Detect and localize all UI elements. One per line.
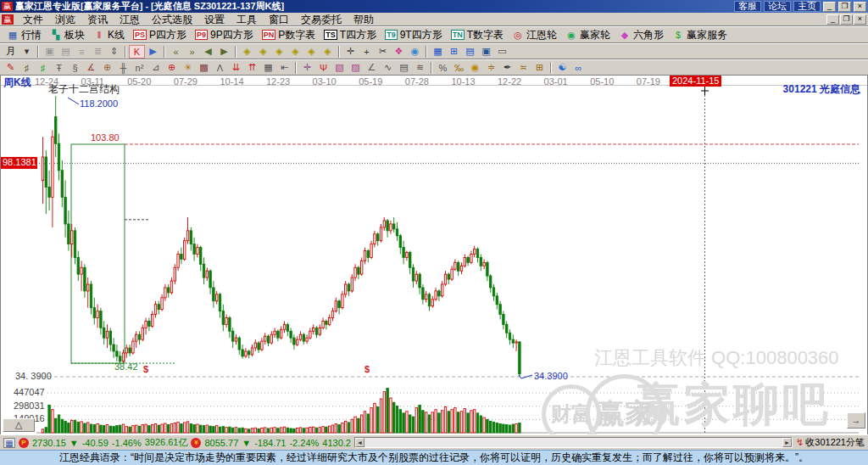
scroll-right-button[interactable]: → xyxy=(847,412,865,429)
child-minimize-button[interactable]: _ xyxy=(826,14,839,25)
sphere-tool-icon[interactable]: ◉ xyxy=(407,45,423,59)
hand-tool-icon[interactable]: ✛ xyxy=(342,45,359,59)
triangle-tool-icon[interactable]: ⊿ xyxy=(147,61,164,75)
percent-tool-icon[interactable]: % xyxy=(435,61,451,75)
child-restore-button[interactable]: ❐ xyxy=(840,14,853,25)
step-next-icon[interactable]: ▶ xyxy=(216,45,232,59)
gann-marker-2-icon[interactable]: ◈ xyxy=(255,45,271,59)
quotes-button[interactable]: ▦行情 xyxy=(3,27,46,42)
rays-tool-icon[interactable]: Ψ xyxy=(315,61,331,75)
grid-box-tool-icon[interactable]: ▩ xyxy=(196,61,212,75)
shade-tool-icon[interactable]: ▧ xyxy=(331,61,348,75)
mini-chart-icon[interactable]: ≡ xyxy=(74,45,90,59)
support-link[interactable]: 客服 xyxy=(734,1,761,12)
report-tool-icon[interactable]: ▤ xyxy=(462,45,478,59)
winner-wheel-button[interactable]: ◉赢家轮 xyxy=(561,27,615,42)
gann-grid-icon[interactable]: ♯ xyxy=(19,61,35,75)
scrollbar-right-arrow[interactable]: ► xyxy=(782,438,792,447)
menu-资讯[interactable]: 资讯 xyxy=(81,13,114,26)
p-square-button[interactable]: PSP四方形 xyxy=(129,27,191,42)
info-page-icon[interactable]: ▤ xyxy=(58,45,74,59)
mini-chart-2-icon[interactable]: ≣ xyxy=(90,45,106,59)
pen-tool-icon[interactable]: ✎ xyxy=(3,61,19,75)
menu-江恩[interactable]: 江恩 xyxy=(114,13,146,26)
grid-tool-4-icon[interactable]: ▤ xyxy=(396,61,412,75)
permille-tool-icon[interactable]: ‰ xyxy=(451,61,467,75)
angle-tool-2-icon[interactable]: ∠ xyxy=(364,61,380,75)
measure-tool-icon[interactable]: ⇤ xyxy=(276,61,292,75)
gann-marker-3-icon[interactable]: ◈ xyxy=(271,45,287,59)
cycle-circle-tool-icon[interactable]: ⊕ xyxy=(99,61,115,75)
kline-button[interactable]: ‖K线 xyxy=(89,27,129,42)
t-number-table-button[interactable]: TNT数字表 xyxy=(447,27,508,42)
step-prev-icon[interactable]: ◀ xyxy=(200,45,216,59)
calculator-tool-icon[interactable]: ⊞ xyxy=(446,45,462,59)
balance-tool-icon[interactable]: ≍ xyxy=(515,61,531,75)
menu-浏览[interactable]: 浏览 xyxy=(49,13,81,26)
menu-窗口[interactable]: 窗口 xyxy=(263,13,295,26)
angle-pen-tool-icon[interactable]: ∡ xyxy=(83,61,99,75)
forum-link[interactable]: 论坛 xyxy=(764,1,791,12)
expand-panel-button[interactable]: △ xyxy=(3,418,35,432)
sectors-button[interactable]: ▚板块 xyxy=(46,27,89,42)
close-button[interactable]: × xyxy=(854,2,866,12)
restore-button[interactable]: ❐ xyxy=(838,2,851,12)
spiral-tool-icon[interactable]: § xyxy=(67,61,83,75)
crosshair-tool-icon[interactable]: + xyxy=(359,45,375,59)
menu-工具[interactable]: 工具 xyxy=(231,13,263,26)
hexagon-button[interactable]: ◆六角形 xyxy=(615,27,668,42)
p-number-table-button[interactable]: PNP数字表 xyxy=(258,27,320,42)
gold-box-tool-icon[interactable]: ⊞ xyxy=(531,61,548,75)
kline-style-icon[interactable]: K xyxy=(129,45,145,59)
golden-lines-tool-icon[interactable]: ≑ xyxy=(483,61,499,75)
menu-文件[interactable]: 文件 xyxy=(17,13,49,26)
period-month-icon[interactable]: 月 xyxy=(3,45,19,59)
target-tool-icon[interactable]: ⊕ xyxy=(164,61,180,75)
dropdown-arrow-icon[interactable]: ▾ xyxy=(19,45,35,59)
chart-horizontal-scrollbar[interactable]: ◄ ► xyxy=(354,437,793,448)
dense-grid-tool-icon[interactable]: ▦ xyxy=(260,61,276,75)
9t-square-button[interactable]: T99T四方形 xyxy=(381,27,447,42)
infinity-tool-icon[interactable]: ∞ xyxy=(570,61,587,75)
sine-tool-icon[interactable]: ∿ xyxy=(380,61,396,75)
chart-area[interactable]: 江恩工具软件 QQ:100800360 赢家聊吧 财富 赢家 周K线 12-24… xyxy=(0,76,868,434)
save-tool-icon[interactable]: ▣ xyxy=(478,45,494,59)
winner-service-button[interactable]: $赢家服务 xyxy=(668,27,732,42)
asterisk-tool-icon[interactable]: ✳ xyxy=(180,61,196,75)
replay-colored-icon[interactable]: ▶ xyxy=(145,45,161,59)
fan-tool-icon[interactable]: Ŧ xyxy=(51,61,67,75)
lines-tool-icon[interactable]: ≋ xyxy=(412,61,428,75)
wave-tool-icon[interactable]: Λ xyxy=(212,61,228,75)
flower-tool-icon[interactable]: ❖ xyxy=(391,45,407,59)
homepage-link[interactable]: 主页 xyxy=(793,1,821,12)
taiji-tool-icon[interactable]: ☯ xyxy=(554,61,570,75)
window-layout-icon[interactable]: ▣ xyxy=(42,45,58,59)
scrollbar-left-arrow[interactable]: ◄ xyxy=(355,438,364,447)
anchor-tool-icon[interactable]: ✛ xyxy=(299,61,315,75)
ink-tool-icon[interactable]: ✒ xyxy=(499,61,515,75)
arrow-up-tool-icon[interactable]: ⇈ xyxy=(244,61,260,75)
gann-grid-green-icon[interactable]: ♯ xyxy=(35,61,51,75)
calendar-tool-icon[interactable]: ▦ xyxy=(430,45,446,59)
gann-marker-5-icon[interactable]: ◈ xyxy=(303,45,320,59)
minimize-button[interactable]: _ xyxy=(823,2,836,12)
menu-帮助[interactable]: 帮助 xyxy=(348,13,380,26)
menu-设置[interactable]: 设置 xyxy=(198,13,231,26)
jump-first-icon[interactable]: « xyxy=(168,45,184,59)
axis-scale-icon[interactable]: ⇕ xyxy=(106,45,122,59)
gann-marker-6-icon[interactable]: ◈ xyxy=(320,45,336,59)
shade-tool-2-icon[interactable]: ▨ xyxy=(348,61,364,75)
menu-公式选股[interactable]: 公式选股 xyxy=(146,13,198,26)
arrow-down-tool-icon[interactable]: ⇊ xyxy=(228,61,244,75)
printer-tool-icon[interactable]: ▭ xyxy=(494,45,510,59)
9p-square-button[interactable]: P99P四方形 xyxy=(191,27,258,42)
gann-marker-1-icon[interactable]: ◈ xyxy=(239,45,255,59)
n-squared-tool-icon[interactable]: n² xyxy=(131,61,147,75)
t-square-button[interactable]: TST四方形 xyxy=(320,27,381,42)
child-close-button[interactable]: × xyxy=(854,14,866,25)
scrollbar-track[interactable] xyxy=(364,438,782,447)
golden-section-tool-icon[interactable]: ◉ xyxy=(467,61,483,75)
scissors-tool-icon[interactable]: ✂ xyxy=(375,45,391,59)
gann-marker-4-icon[interactable]: ◈ xyxy=(287,45,303,59)
calendar-icon[interactable]: ▦ xyxy=(3,438,15,448)
